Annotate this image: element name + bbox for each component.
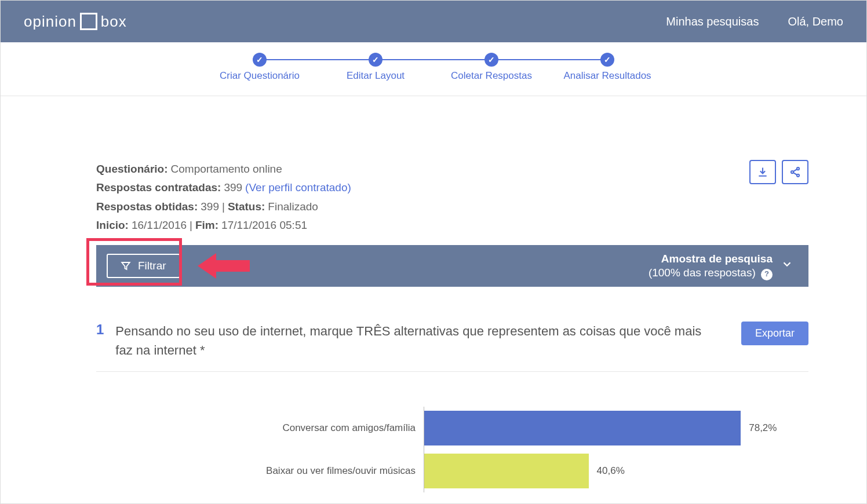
sample-info[interactable]: Amostra de pesquisa (100% das respostas)… [649, 252, 793, 280]
filter-bar: Filtrar Amostra de pesquisa (100% das re… [96, 245, 808, 287]
user-greeting[interactable]: Olá, Demo [788, 15, 843, 28]
chart-bar [424, 411, 741, 445]
question-section: 1 Pensando no seu uso de internet, marqu… [96, 322, 808, 492]
meta-questionnaire-label: Questionário: [96, 160, 168, 178]
chart-category-label: Conversar com amigos/família [96, 422, 424, 434]
chart-bar [424, 454, 589, 488]
step-label: Editar Layout [347, 70, 405, 82]
chart-category-label: Baixar ou ver filmes/ouvir músicas [96, 465, 424, 477]
logo-text-right: box [101, 13, 127, 31]
meta-questionnaire-value: Comportamento online [171, 160, 282, 178]
step-create[interactable]: ✓ Criar Questionário [202, 53, 318, 82]
step-layout[interactable]: ✓ Editar Layout [318, 53, 434, 82]
meta-obtained-label: Respostas obtidas: [96, 198, 198, 216]
meta-end-label: Fim: [195, 216, 218, 235]
annotation-arrow-icon [198, 253, 250, 279]
step-label: Analisar Resultados [563, 70, 651, 82]
chart-row: Baixar ou ver filmes/ouvir músicas 40,6% [96, 450, 808, 492]
export-button[interactable]: Exportar [741, 322, 808, 345]
meta-obtained-value: 399 [201, 198, 219, 216]
meta-status-value: Finalizado [268, 198, 318, 216]
check-circle-icon: ✓ [253, 53, 267, 67]
meta-start-value: 16/11/2016 [132, 216, 187, 235]
filter-icon [121, 261, 131, 271]
filter-button-label: Filtrar [138, 260, 166, 272]
main-content: Questionário: Comportamento online Respo… [1, 96, 866, 492]
meta-end-value: 17/11/2016 05:51 [221, 216, 307, 235]
check-circle-icon: ✓ [485, 53, 498, 67]
chart-row: Conversar com amigos/família 78,2% [96, 407, 808, 450]
download-button[interactable] [749, 160, 776, 184]
logo-square-icon [80, 13, 97, 30]
app-header: opinion box Minhas pesquisas Olá, Demo [1, 1, 866, 42]
meta-status-label: Status: [228, 198, 265, 216]
share-button[interactable] [782, 160, 808, 184]
results-chart: Conversar com amigos/família 78,2% Baixa… [96, 407, 808, 492]
sample-title: Amostra de pesquisa [649, 252, 773, 266]
meta-actions [749, 160, 808, 184]
header-nav: Minhas pesquisas Olá, Demo [666, 15, 843, 28]
question-number: 1 [96, 322, 104, 338]
progress-stepper: ✓ Criar Questionário ✓ Editar Layout ✓ C… [1, 42, 866, 96]
chart-value-label: 78,2% [749, 422, 777, 434]
filter-button[interactable]: Filtrar [107, 254, 180, 278]
meta-contracted-value: 399 [224, 178, 242, 197]
survey-meta: Questionário: Comportamento online Respo… [96, 160, 351, 235]
step-collect[interactable]: ✓ Coletar Respostas [434, 53, 549, 82]
meta-start-label: Inicio: [96, 216, 129, 235]
view-profile-link[interactable]: (Ver perfil contratado) [245, 178, 351, 197]
check-circle-icon: ✓ [600, 53, 614, 67]
logo: opinion box [24, 13, 127, 31]
help-icon[interactable]: ? [761, 269, 773, 280]
question-text: Pensando no seu uso de internet, marque … [115, 322, 730, 360]
chart-value-label: 40,6% [597, 465, 625, 477]
logo-text-left: opinion [24, 13, 76, 31]
step-label: Coletar Respostas [451, 70, 532, 82]
step-label: Criar Questionário [220, 70, 300, 82]
sample-subtitle: (100% das respostas) [649, 266, 756, 279]
share-icon [789, 166, 801, 178]
meta-contracted-label: Respostas contratadas: [96, 178, 221, 197]
chevron-down-icon[interactable] [781, 258, 793, 274]
check-circle-icon: ✓ [369, 53, 382, 67]
download-icon [757, 166, 768, 178]
nav-my-surveys[interactable]: Minhas pesquisas [666, 15, 759, 28]
step-analyze[interactable]: ✓ Analisar Resultados [549, 53, 665, 82]
